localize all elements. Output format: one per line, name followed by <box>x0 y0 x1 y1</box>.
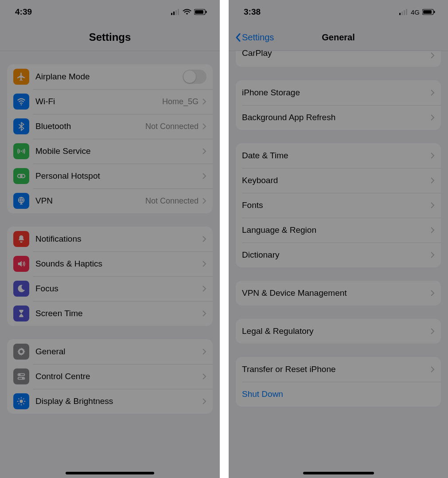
speaker-icon <box>13 256 29 272</box>
settings-group-network: Airplane Mode Wi-Fi Home_5G Bluetooth No… <box>7 64 213 213</box>
chevron-right-icon <box>430 328 435 335</box>
chevron-right-icon <box>202 123 206 130</box>
chevron-right-icon <box>202 148 206 155</box>
row-label: Bluetooth <box>35 121 145 131</box>
chevron-right-icon <box>202 260 206 267</box>
battery-icon <box>194 9 207 15</box>
general-list[interactable]: iPhone Storage Background App Refresh Da… <box>229 80 448 407</box>
row-keyboard[interactable]: Keyboard <box>236 168 441 193</box>
chevron-right-icon <box>202 373 206 380</box>
row-label: Date & Time <box>242 151 430 161</box>
chevron-right-icon <box>430 89 435 96</box>
chevron-right-icon <box>430 290 435 297</box>
network-label: 4G <box>411 8 420 16</box>
status-indicators <box>171 9 207 15</box>
home-indicator[interactable] <box>303 472 374 474</box>
row-dictionary[interactable]: Dictionary <box>236 243 441 267</box>
row-detail: Not Connected <box>145 122 199 131</box>
row-airplane-mode[interactable]: Airplane Mode <box>7 64 213 89</box>
hourglass-icon <box>13 306 29 321</box>
row-control-centre[interactable]: Control Centre <box>7 364 213 389</box>
row-mobile-service[interactable]: Mobile Service <box>7 139 213 164</box>
group-reset: Transfer or Reset iPhone Shut Down <box>236 357 441 407</box>
svg-rect-21 <box>423 10 432 14</box>
row-display-brightness[interactable]: Display & Brightness <box>7 389 213 414</box>
row-label: General <box>35 347 202 357</box>
chevron-right-icon <box>202 197 206 204</box>
bluetooth-icon <box>13 118 29 134</box>
svg-point-7 <box>21 104 22 106</box>
svg-rect-1 <box>173 12 175 15</box>
row-language-region[interactable]: Language & Region <box>236 218 441 243</box>
svg-rect-6 <box>206 11 207 13</box>
row-label: Mobile Service <box>35 146 202 156</box>
airplane-toggle[interactable] <box>183 70 206 84</box>
svg-rect-3 <box>178 9 179 15</box>
row-label: Transfer or Reset iPhone <box>242 364 430 374</box>
bell-icon <box>13 231 29 247</box>
row-sounds-haptics[interactable]: Sounds & Haptics <box>7 251 213 276</box>
row-legal-regulatory[interactable]: Legal & Regulatory <box>236 319 441 344</box>
page-title: General <box>229 32 448 43</box>
row-label: Focus <box>35 284 202 294</box>
row-screen-time[interactable]: Screen Time <box>7 301 213 326</box>
gear-icon <box>13 344 29 360</box>
status-time: 4:39 <box>15 7 32 17</box>
row-shut-down[interactable]: Shut Down <box>236 382 441 407</box>
airplane-icon <box>13 69 29 85</box>
row-label: Personal Hotspot <box>35 171 202 181</box>
chevron-right-icon <box>430 52 435 59</box>
row-label: Control Centre <box>35 372 202 381</box>
row-general[interactable]: General <box>7 339 213 364</box>
svg-rect-18 <box>404 10 405 15</box>
row-label: Notifications <box>35 234 202 244</box>
svg-point-14 <box>19 400 23 403</box>
chevron-right-icon <box>202 310 206 317</box>
group-storage: iPhone Storage Background App Refresh <box>236 80 441 130</box>
chevron-right-icon <box>202 348 206 355</box>
svg-rect-17 <box>401 12 403 15</box>
link-icon <box>13 168 29 184</box>
nav-header: Settings <box>0 24 220 51</box>
chevron-right-icon <box>202 398 206 405</box>
row-personal-hotspot[interactable]: Personal Hotspot <box>7 164 213 188</box>
chevron-right-icon <box>430 202 435 209</box>
battery-icon <box>422 9 436 15</box>
chevron-right-icon <box>202 285 206 292</box>
status-indicators: 4G <box>399 8 436 16</box>
cellular-icon <box>171 9 180 15</box>
sun-icon <box>13 393 29 409</box>
settings-group-system: General Control Centre Display & Brightn… <box>7 339 213 414</box>
status-bar: 4:39 <box>0 0 220 24</box>
row-carplay[interactable]: CarPlay <box>236 51 441 67</box>
row-fonts[interactable]: Fonts <box>236 193 441 218</box>
chevron-right-icon <box>430 152 435 159</box>
row-bluetooth[interactable]: Bluetooth Not Connected <box>7 114 213 139</box>
row-vpn[interactable]: VPN Not Connected <box>7 188 213 213</box>
row-wifi[interactable]: Wi-Fi Home_5G <box>7 89 213 114</box>
row-date-time[interactable]: Date & Time <box>236 143 441 168</box>
wifi-app-icon <box>13 94 29 110</box>
row-focus[interactable]: Focus <box>7 276 213 301</box>
row-label: Fonts <box>242 200 430 210</box>
wifi-icon <box>183 9 191 15</box>
cellular-icon <box>399 9 408 15</box>
settings-list[interactable]: Airplane Mode Wi-Fi Home_5G Bluetooth No… <box>0 51 220 478</box>
row-label: Shut Down <box>242 389 435 399</box>
row-label: Screen Time <box>35 309 202 318</box>
globe-icon <box>13 193 29 209</box>
home-indicator[interactable] <box>66 472 154 474</box>
settings-group-alerts: Notifications Sounds & Haptics Focus Scr… <box>7 227 213 326</box>
row-background-app-refresh[interactable]: Background App Refresh <box>236 105 441 130</box>
row-iphone-storage[interactable]: iPhone Storage <box>236 80 441 105</box>
row-notifications[interactable]: Notifications <box>7 227 213 251</box>
row-label: Airplane Mode <box>35 72 183 82</box>
svg-point-8 <box>21 151 22 152</box>
antenna-icon <box>13 143 29 159</box>
group-vpn-dm: VPN & Device Management <box>236 281 441 306</box>
row-label: CarPlay <box>242 48 430 58</box>
svg-rect-19 <box>406 9 407 15</box>
row-transfer-reset[interactable]: Transfer or Reset iPhone <box>236 357 441 382</box>
group-legal: Legal & Regulatory <box>236 319 441 344</box>
row-vpn-device-management[interactable]: VPN & Device Management <box>236 281 441 306</box>
